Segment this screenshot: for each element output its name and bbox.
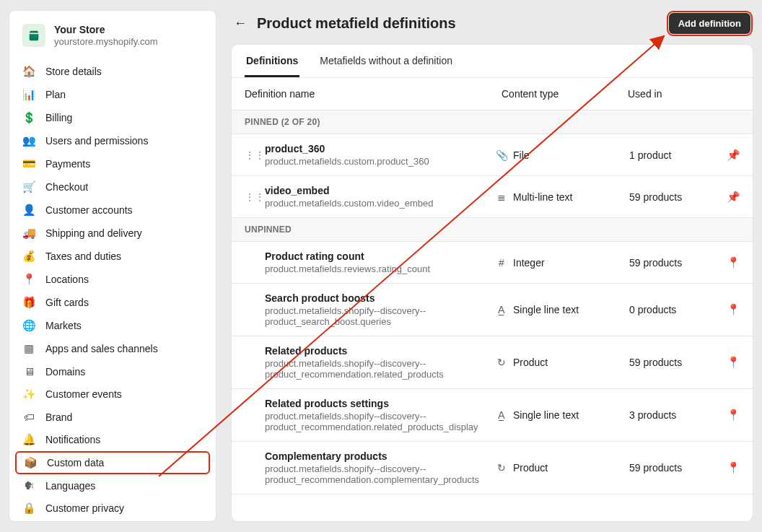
definition-path: product.metafields.custom.video_embed: [265, 198, 489, 209]
row-main: Related products settingsproduct.metafie…: [262, 398, 489, 432]
nav-label: Locations: [45, 274, 89, 285]
nav-icon: 🌐: [22, 319, 35, 332]
nav-label: Users and permissions: [45, 135, 148, 147]
nav-label: Billing: [45, 112, 72, 123]
sidebar-item-custom-data[interactable]: 📦Custom data: [15, 451, 210, 474]
sidebar-item-apps-and-sales-channels[interactable]: ▦Apps and sales channels: [9, 337, 216, 360]
sidebar-item-payments[interactable]: 💳Payments: [9, 152, 216, 175]
nav-icon: 📍: [22, 273, 35, 286]
pin-button[interactable]: 📍: [727, 461, 740, 474]
content-type-label: File: [513, 149, 530, 161]
row-main: Search product boostsproduct.metafields.…: [262, 292, 489, 327]
sidebar-item-customer-privacy[interactable]: 🔒Customer privacy: [9, 497, 216, 520]
sidebar-nav: 🏠Store details📊Plan💲Billing👥Users and pe…: [9, 60, 216, 520]
unpin-button[interactable]: 📌: [727, 191, 740, 204]
store-logo-icon: [22, 24, 45, 47]
sidebar-item-locations[interactable]: 📍Locations: [9, 268, 216, 291]
definition-path: product.metafields.shopify--discovery--p…: [265, 358, 489, 380]
nav-label: Customer privacy: [45, 502, 124, 514]
definition-path: product.metafields.shopify--discovery--p…: [265, 305, 489, 327]
sidebar-item-gift-cards[interactable]: 🎁Gift cards: [9, 291, 216, 314]
nav-icon: ✨: [22, 388, 35, 401]
sidebar-item-markets[interactable]: 🌐Markets: [9, 314, 216, 337]
definition-row[interactable]: Complementary productsproduct.metafields…: [232, 442, 753, 494]
nav-icon: 💰: [22, 250, 35, 263]
definition-title: Related products: [265, 345, 489, 357]
definition-title: product_360: [265, 143, 489, 154]
content-type: ↻Product: [496, 462, 622, 474]
definitions-card: DefinitionsMetafields without a definiti…: [231, 44, 753, 522]
definition-row[interactable]: Related productsproduct.metafields.shopi…: [232, 336, 753, 389]
column-headers: Definition name Content type Used in: [232, 78, 753, 110]
page-header: ← Product metafield definitions Add defi…: [231, 10, 753, 44]
tab-metafields-without-a-definition[interactable]: Metafields without a definition: [318, 45, 454, 77]
content-type-label: Product: [513, 357, 548, 368]
nav-label: Shipping and delivery: [45, 227, 142, 239]
unpin-button[interactable]: 📌: [727, 149, 740, 162]
definition-title: Complementary products: [265, 450, 489, 462]
row-main: Product rating countproduct.metafields.r…: [262, 250, 489, 274]
nav-icon: 🔒: [22, 502, 35, 515]
sidebar-item-taxes-and-duties[interactable]: 💰Taxes and duties: [9, 245, 216, 268]
definition-row[interactable]: Related products settingsproduct.metafie…: [232, 389, 753, 442]
main-content: ← Product metafield definitions Add defi…: [231, 10, 753, 522]
content-type-icon: A̲: [496, 304, 507, 315]
pin-button[interactable]: 📍: [727, 303, 740, 316]
nav-label: Domains: [45, 366, 85, 378]
sidebar-item-plan[interactable]: 📊Plan: [9, 83, 216, 106]
content-type-icon: A̲: [496, 409, 507, 421]
row-main: video_embedproduct.metafields.custom.vid…: [262, 185, 489, 209]
used-in-count: 59 products: [629, 257, 719, 269]
sidebar-item-customer-accounts[interactable]: 👤Customer accounts: [9, 199, 216, 222]
nav-label: Brand: [45, 411, 72, 423]
definition-title: Search product boosts: [265, 292, 489, 304]
drag-handle-icon[interactable]: ⋮⋮: [245, 191, 255, 203]
sidebar-item-billing[interactable]: 💲Billing: [9, 106, 216, 129]
nav-label: Languages: [45, 480, 95, 492]
back-button[interactable]: ←: [234, 16, 247, 31]
drag-handle-icon[interactable]: ⋮⋮: [245, 149, 255, 161]
nav-icon: ▦: [22, 342, 35, 355]
col-used-in: Used in: [628, 88, 740, 100]
pinned-section-label: PINNED (2 OF 20): [232, 110, 753, 134]
sidebar-item-users-and-permissions[interactable]: 👥Users and permissions: [9, 129, 216, 152]
used-in-count: 1 product: [629, 149, 719, 161]
definition-row[interactable]: ⋮⋮video_embedproduct.metafields.custom.v…: [232, 176, 753, 218]
sidebar-item-store-details[interactable]: 🏠Store details: [9, 60, 216, 83]
store-domain: yourstore.myshopify.com: [54, 36, 158, 47]
row-main: product_360product.metafields.custom.pro…: [262, 143, 489, 167]
sidebar-item-notifications[interactable]: 🔔Notifications: [9, 428, 216, 451]
sidebar-item-languages[interactable]: 🗣Languages: [9, 474, 216, 497]
pin-button[interactable]: 📍: [727, 356, 740, 369]
nav-icon: 🛒: [22, 180, 35, 193]
content-type-label: Product: [513, 462, 548, 474]
page-title: Product metafield definitions: [257, 15, 659, 32]
definition-path: product.metafields.custom.product_360: [265, 156, 489, 167]
nav-label: Customer events: [45, 388, 122, 400]
tabs: DefinitionsMetafields without a definiti…: [232, 45, 753, 78]
content-type-label: Single line text: [513, 409, 579, 421]
definition-row[interactable]: Search product boostsproduct.metafields.…: [232, 284, 753, 336]
used-in-count: 0 products: [629, 304, 719, 315]
col-definition-name: Definition name: [245, 88, 502, 100]
sidebar-item-checkout[interactable]: 🛒Checkout: [9, 175, 216, 199]
store-name: Your Store: [54, 24, 158, 35]
nav-icon: 💲: [22, 111, 35, 124]
content-type-icon: #: [496, 257, 507, 269]
content-type: ≣Multi-line text: [496, 191, 622, 203]
sidebar-item-domains[interactable]: 🖥Domains: [9, 360, 216, 383]
nav-icon: 📦: [24, 456, 37, 469]
pin-button[interactable]: 📍: [727, 409, 740, 422]
tab-definitions[interactable]: Definitions: [245, 45, 299, 77]
add-definition-button[interactable]: Add definition: [669, 13, 750, 34]
definition-row[interactable]: Product rating countproduct.metafields.r…: [232, 242, 753, 284]
definition-path: product.metafields.reviews.rating_count: [265, 263, 489, 274]
sidebar-item-customer-events[interactable]: ✨Customer events: [9, 383, 216, 406]
nav-icon: 🏠: [22, 65, 35, 78]
definition-row[interactable]: ⋮⋮product_360product.metafields.custom.p…: [232, 134, 753, 176]
content-type: A̲Single line text: [496, 409, 622, 421]
sidebar-item-brand[interactable]: 🏷Brand: [9, 406, 216, 428]
pin-button[interactable]: 📍: [727, 256, 740, 269]
row-main: Related productsproduct.metafields.shopi…: [262, 345, 489, 380]
sidebar-item-shipping-and-delivery[interactable]: 🚚Shipping and delivery: [9, 222, 216, 245]
